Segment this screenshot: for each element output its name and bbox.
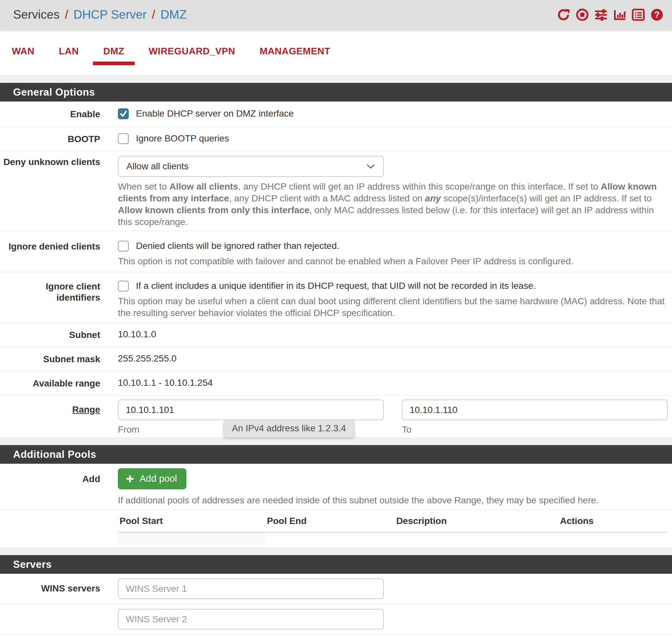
breadcrumb: Services / DHCP Server / DMZ [13, 8, 187, 22]
subnet-value: 10.10.1.0 [118, 329, 667, 341]
ignore-denied-clients-row: Ignore denied clients Denied clients wil… [0, 231, 672, 273]
dns-servers-row: DNS servers [0, 635, 672, 636]
pools-col-pool-end: Pool End [267, 516, 396, 526]
breadcrumb-separator: / [152, 8, 155, 22]
related-settings-icon[interactable] [594, 8, 608, 21]
deny-unknown-clients-selected-value: Allow all clients [126, 161, 189, 172]
additional-pools-panel: Additional Pools Add Add pool If additio… [0, 445, 672, 547]
breadcrumb-bar: Services / DHCP Server / DMZ [0, 0, 672, 29]
deny-unknown-clients-help: When set to Allow all clients, any DHCP … [118, 181, 667, 228]
status-chart-icon[interactable] [613, 8, 626, 21]
header-action-icons: ? [557, 8, 664, 21]
wins-server-2-input[interactable] [118, 609, 384, 630]
add-pool-button-label: Add pool [139, 473, 177, 484]
tab-dmz[interactable]: DMZ [93, 46, 134, 65]
breadcrumb-separator: / [65, 8, 68, 22]
breadcrumb-sub-link[interactable]: DMZ [160, 8, 187, 22]
tab-lan[interactable]: LAN [49, 46, 89, 65]
available-range-row: Available range 10.10.1.1 - 10.10.1.254 [0, 371, 672, 396]
ignore-bootp-checkbox[interactable] [118, 133, 129, 144]
general-options-heading: General Options [0, 83, 672, 101]
wins-servers-row: WINS servers [0, 574, 672, 604]
deny-unknown-clients-label: Deny unknown clients [0, 156, 100, 228]
check-icon [120, 110, 127, 118]
subnet-mask-value: 255.255.255.0 [118, 353, 667, 365]
range-row: Range From An IPv4 address like 1.2.3.4 … [0, 396, 672, 437]
ignore-client-identifiers-checkbox[interactable] [118, 281, 129, 292]
pools-table: Pool Start Pool End Description Actions [118, 514, 667, 544]
add-label: Add [0, 468, 100, 506]
interface-tabs: WAN LAN DMZ WIREGUARD_VPN MANAGEMENT [0, 29, 672, 75]
enable-dhcp-checkbox[interactable] [118, 108, 129, 119]
wins-servers-label: WINS servers [0, 578, 100, 599]
tab-management[interactable]: MANAGEMENT [250, 46, 341, 65]
breadcrumb-section: Services [13, 8, 60, 22]
ignore-denied-clients-checkbox-label: Denied clients will be ignored rather th… [136, 240, 339, 252]
subnet-row: Subnet 10.10.1.0 [0, 323, 672, 347]
ignore-client-identifiers-help: This option may be useful when a client … [118, 295, 667, 319]
pools-col-description: Description [396, 516, 560, 526]
subnet-mask-label: Subnet mask [0, 353, 100, 365]
range-to-caption: To [402, 424, 668, 435]
plus-icon [126, 475, 134, 483]
restart-icon[interactable] [557, 8, 570, 21]
additional-pools-heading: Additional Pools [0, 445, 672, 464]
add-pool-button[interactable]: Add pool [118, 468, 186, 489]
wins-server-1-input[interactable] [118, 578, 384, 599]
available-range-label: Available range [0, 377, 100, 389]
ignore-denied-clients-help: This option is not compatible with failo… [118, 255, 667, 267]
add-pool-row: Add Add pool If additional pools of addr… [0, 464, 672, 510]
range-to-input[interactable] [402, 400, 668, 420]
ignore-denied-clients-label: Ignore denied clients [0, 240, 100, 267]
svg-text:?: ? [654, 10, 660, 20]
range-label: Range [72, 404, 100, 415]
bootp-row: BOOTP Ignore BOOTP queries [0, 127, 672, 151]
log-icon[interactable] [632, 8, 645, 21]
breadcrumb-page-link[interactable]: DHCP Server [73, 8, 146, 22]
wins-server-2-row [0, 604, 672, 635]
bootp-label: BOOTP [0, 133, 100, 145]
pools-empty-row [118, 533, 667, 544]
ipv4-validation-tooltip: An IPv4 address like 1.2.3.4 [224, 420, 354, 438]
servers-heading: Servers [0, 555, 672, 574]
range-from-input[interactable] [118, 400, 384, 420]
chevron-down-icon [366, 163, 375, 169]
ignore-denied-clients-checkbox[interactable] [118, 241, 129, 252]
deny-unknown-clients-select[interactable]: Allow all clients [118, 156, 384, 177]
pools-col-actions: Actions [560, 516, 667, 526]
enable-label: Enable [0, 108, 100, 120]
pools-table-row: Pool Start Pool End Description Actions [0, 510, 672, 547]
tab-wireguard-vpn[interactable]: WIREGUARD_VPN [139, 46, 245, 65]
ignore-bootp-checkbox-label: Ignore BOOTP queries [136, 133, 229, 144]
ignore-client-identifiers-label: Ignore client identifiers [0, 280, 100, 319]
ignore-client-identifiers-row: Ignore client identifiers If a client in… [0, 273, 672, 323]
pools-empty-cell [118, 533, 265, 544]
subnet-mask-row: Subnet mask 255.255.255.0 [0, 347, 672, 371]
help-icon[interactable]: ? [650, 8, 664, 21]
subnet-label: Subnet [0, 329, 100, 341]
halt-icon[interactable] [576, 8, 589, 21]
ignore-client-identifiers-checkbox-label: If a client includes a unique identifier… [136, 280, 536, 292]
pools-col-pool-start: Pool Start [120, 516, 267, 526]
servers-panel: Servers WINS servers DNS servers [0, 555, 672, 636]
available-range-value: 10.10.1.1 - 10.10.1.254 [118, 377, 667, 389]
general-options-panel: General Options Enable Enable DHCP serve… [0, 83, 672, 437]
enable-row: Enable Enable DHCP server on DMZ interfa… [0, 101, 672, 127]
add-pool-help: If additional pools of addresses are nee… [118, 495, 667, 506]
deny-unknown-clients-row: Deny unknown clients Allow all clients W… [0, 151, 672, 231]
enable-dhcp-checkbox-label: Enable DHCP server on DMZ interface [136, 108, 294, 119]
tab-wan[interactable]: WAN [2, 46, 44, 65]
